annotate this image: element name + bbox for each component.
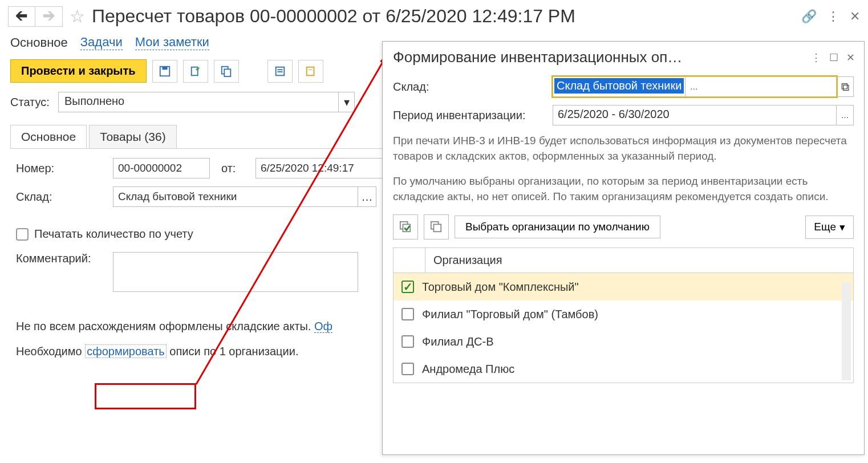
org-name: Филиал "Торговый дом" (Тамбов): [422, 308, 598, 321]
dialog-kebab-icon[interactable]: ⋮: [811, 51, 821, 64]
info-text-2a: Необходимо: [16, 345, 85, 358]
page-title: Пересчет товаров 00-00000002 от 6/25/202…: [92, 6, 575, 27]
comment-label: Комментарий:: [16, 252, 102, 265]
check-all-icon[interactable]: [393, 214, 418, 239]
org-row[interactable]: ✓Торговый дом "Комплексный": [394, 273, 853, 300]
org-checkbox[interactable]: [401, 363, 414, 375]
forward-button[interactable]: 🡲: [35, 6, 63, 27]
org-row[interactable]: Филиал ДС-В: [394, 328, 853, 355]
dlg-period-label: Период инвентаризации:: [393, 109, 553, 122]
dlg-warehouse-value: Склад бытовой техники: [554, 78, 684, 94]
open-external-icon[interactable]: ⧉: [837, 76, 854, 97]
highlight-box: [95, 383, 196, 409]
select-default-orgs-button[interactable]: Выбрать организации по умолчанию: [455, 216, 660, 238]
back-button[interactable]: 🡰: [8, 6, 35, 27]
close-icon[interactable]: ✕: [850, 9, 860, 24]
more-button[interactable]: Еще ▾: [805, 216, 854, 239]
print-qty-checkbox[interactable]: [16, 228, 29, 241]
ellipsis-icon[interactable]: …: [685, 77, 702, 96]
org-checkbox[interactable]: ✓: [401, 281, 414, 293]
org-name: Андромеда Плюс: [422, 363, 514, 376]
col-organization: Организация: [425, 248, 853, 273]
org-checkbox[interactable]: [401, 308, 414, 320]
tab-tasks[interactable]: Задачи: [80, 35, 123, 50]
kebab-menu-icon[interactable]: ⋮: [827, 9, 839, 24]
scrollbar[interactable]: [842, 282, 851, 380]
annotation-arrow: [194, 47, 399, 389]
number-label: Номер:: [16, 162, 102, 175]
dialog-close-icon[interactable]: ✕: [846, 51, 855, 64]
dlg-info-1: При печати ИНВ-3 и ИНВ-19 будет использо…: [393, 133, 854, 164]
doc-tab-goods[interactable]: Товары (36): [89, 125, 176, 148]
tab-main[interactable]: Основное: [10, 35, 68, 50]
generate-link[interactable]: сформировать: [85, 344, 167, 358]
ellipsis-icon[interactable]: …: [836, 105, 853, 125]
dlg-period-field[interactable]: 6/25/2020 - 6/30/2020 …: [553, 105, 854, 125]
submit-and-close-button[interactable]: Провести и закрыть: [10, 59, 147, 83]
doc-tab-main[interactable]: Основное: [10, 125, 87, 148]
org-row[interactable]: Андромеда Плюс: [394, 355, 853, 383]
svg-rect-1: [162, 66, 167, 70]
chevron-down-icon: ▾: [839, 221, 845, 234]
dialog-title: Формирование инвентаризационных оп…: [393, 48, 803, 66]
dlg-warehouse-label: Склад:: [393, 80, 553, 94]
svg-rect-15: [433, 225, 441, 232]
uncheck-all-icon[interactable]: [424, 214, 449, 239]
org-checkbox[interactable]: [401, 335, 414, 348]
dlg-period-value: 6/25/2020 - 6/30/2020: [553, 105, 836, 125]
status-label: Статус:: [10, 96, 50, 109]
dlg-info-2: По умолчанию выбраны организации, по кот…: [393, 174, 854, 204]
dlg-warehouse-field[interactable]: Склад бытовой техники …: [553, 76, 837, 97]
save-icon[interactable]: [152, 60, 177, 83]
favorite-star-icon[interactable]: ☆: [70, 6, 85, 26]
org-name: Торговый дом "Комплексный": [422, 281, 579, 294]
inventory-dialog: Формирование инвентаризационных оп… ⋮ ☐ …: [382, 41, 865, 455]
print-qty-label: Печатать количество по учету: [34, 228, 193, 241]
org-row[interactable]: Филиал "Торговый дом" (Тамбов): [394, 300, 853, 328]
link-icon[interactable]: 🔗: [801, 9, 817, 24]
org-name: Филиал ДС-В: [422, 335, 494, 348]
svg-line-10: [196, 51, 389, 384]
dialog-maximize-icon[interactable]: ☐: [829, 51, 838, 64]
warehouse-label: Склад:: [16, 190, 102, 204]
org-table: Организация ✓Торговый дом "Комплексный"Ф…: [393, 247, 854, 383]
